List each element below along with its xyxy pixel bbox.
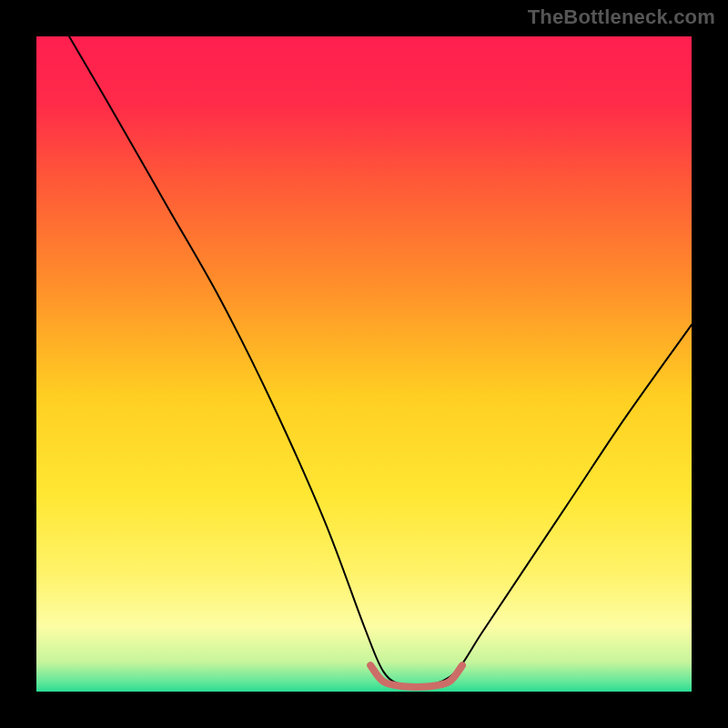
plot-background	[36, 36, 692, 692]
chart-frame: TheBottleneck.com	[0, 0, 728, 728]
bottleneck-chart	[0, 0, 728, 728]
watermark-label: TheBottleneck.com	[528, 5, 715, 29]
